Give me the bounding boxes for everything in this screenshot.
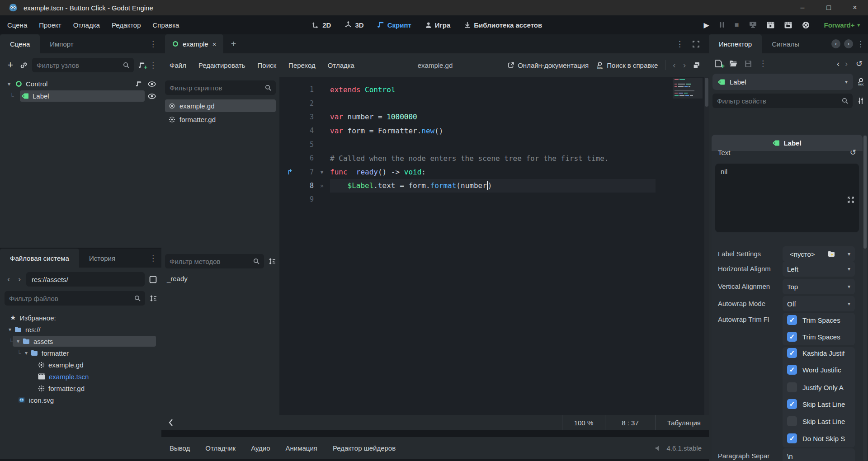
checkbox-checked-icon[interactable]	[787, 332, 797, 342]
fs-folder-assets[interactable]: └ ▾ assets	[0, 335, 161, 347]
code-line[interactable]: 8» $Label.text = form.format(number)	[279, 179, 709, 193]
code-line[interactable]: 5	[279, 138, 709, 151]
minimize-button[interactable]: –	[789, 0, 816, 15]
mute-speaker-icon[interactable]	[655, 445, 662, 452]
fs-file-icon-svg[interactable]: icon.svg	[0, 394, 161, 406]
checkbox-checked-icon[interactable]	[787, 315, 797, 325]
online-docs-link[interactable]: Онлайн-документация	[508, 61, 589, 69]
play-scene-button[interactable]	[767, 22, 774, 28]
script-filter-input[interactable]: Фильтр скриптов	[165, 80, 276, 95]
open-docs-icon[interactable]: DOC	[857, 78, 864, 86]
code-line[interactable]: 4var form = Formatter.new()	[279, 124, 709, 137]
flag-checkbox-row[interactable]: Skip Last Line	[787, 416, 845, 426]
tab-example-script[interactable]: example ×	[165, 34, 223, 53]
flag-checkbox-row[interactable]: Trim Spaces	[787, 332, 840, 342]
workspace-2d[interactable]: 2D	[312, 21, 331, 29]
code-line[interactable]: 9	[279, 193, 709, 206]
pause-button[interactable]	[719, 22, 725, 28]
tab-import[interactable]: Импорт	[40, 34, 83, 53]
panel-debugger[interactable]: Отладчик	[205, 444, 236, 452]
edited-object-selector[interactable]: Label ▾	[712, 74, 853, 90]
flag-checkbox-row[interactable]: Do Not Skip S	[787, 433, 845, 443]
inspector-tools-icon[interactable]	[857, 97, 864, 104]
kebab-menu-icon[interactable]: ⋮	[759, 59, 767, 68]
checkbox-unchecked-icon[interactable]	[787, 382, 797, 392]
save-icon[interactable]	[745, 60, 752, 67]
panel-animation[interactable]: Анимация	[285, 444, 317, 452]
fs-folder-formatter[interactable]: └ ▾ formatter	[0, 347, 161, 359]
flag-checkbox-row[interactable]: Word Justific	[787, 365, 841, 375]
kebab-menu-icon[interactable]: ⋮	[149, 61, 157, 70]
method-list-item[interactable]: _ready	[165, 268, 276, 282]
fs-file-formatter-gd[interactable]: formatter.gd	[0, 382, 161, 394]
renderer-selector[interactable]: Forward+ ▾	[824, 21, 860, 29]
fs-file-example-gd[interactable]: example.gd	[0, 359, 161, 371]
code-line[interactable]: 6# Called when the node enters the scene…	[279, 151, 709, 165]
script-menu-search[interactable]: Поиск	[258, 61, 277, 69]
code-editor[interactable]: 1extends Control23var number = 10000004v…	[279, 77, 709, 415]
object-history-icon[interactable]: ↺	[856, 59, 863, 69]
current-path[interactable]: res://assets/	[26, 272, 145, 287]
script-attached-icon[interactable]	[136, 81, 142, 87]
property-filter-input[interactable]: Фильтр свойств	[712, 94, 853, 108]
paragraph-separator-field[interactable]: \n	[783, 448, 855, 461]
menu-project[interactable]: Проект	[39, 21, 61, 29]
vertical-alignment-dropdown[interactable]: Top ▾	[783, 279, 855, 294]
cursor-position[interactable]: 8 : 37	[605, 419, 655, 427]
tab-scene[interactable]: Сцена	[0, 34, 40, 53]
inspector-scrollbar[interactable]	[863, 135, 867, 461]
script-list-item[interactable]: formatter.gd	[165, 113, 276, 126]
workspace-assetlib[interactable]: Библиотека ассетов	[464, 21, 542, 29]
chevron-down-icon[interactable]: ▾	[23, 350, 30, 356]
sort-methods-icon[interactable]	[269, 258, 276, 265]
tab-history[interactable]: История	[79, 249, 125, 268]
autowrap-mode-dropdown[interactable]: Off ▾	[783, 296, 855, 311]
kebab-menu-icon[interactable]: ⋮	[149, 34, 157, 53]
code-scrollbar[interactable]	[704, 77, 709, 415]
code-line[interactable]: 3var number = 1000000	[279, 110, 709, 124]
tab-signals[interactable]: Сигналы	[762, 34, 809, 53]
file-filter-input[interactable]: Фильтр файлов	[5, 291, 145, 306]
checkbox-checked-icon[interactable]	[787, 433, 797, 443]
play-button[interactable]: ▶	[704, 21, 709, 29]
remote-debug-icon[interactable]	[749, 21, 757, 28]
panel-shader-editor[interactable]: Редактор шейдеров	[333, 444, 396, 452]
scene-node-label[interactable]: └ Label	[0, 90, 161, 102]
fs-file-example-tscn[interactable]: example.tscn	[0, 371, 161, 382]
menu-debug[interactable]: Отладка	[73, 21, 100, 29]
workspace-script[interactable]: Скрипт	[377, 21, 411, 29]
collapse-panel-icon[interactable]	[169, 419, 173, 426]
maximize-button[interactable]: □	[816, 0, 842, 15]
add-node-button[interactable]: +	[5, 59, 15, 71]
sort-files-icon[interactable]	[150, 295, 157, 302]
menu-editor[interactable]: Редактор	[112, 21, 141, 29]
script-menu-edit[interactable]: Редактировать	[198, 61, 245, 69]
history-forward-icon[interactable]: ›	[683, 60, 686, 70]
flag-checkbox-row[interactable]: Justify Only A	[787, 382, 844, 392]
visibility-eye-icon[interactable]	[148, 94, 156, 99]
expand-icon[interactable]	[847, 196, 854, 203]
nav-back-icon[interactable]: ‹	[5, 275, 13, 284]
make-floating-icon[interactable]	[693, 62, 700, 69]
workspace-3d[interactable]: 3D	[344, 21, 363, 29]
indent-type[interactable]: Табуляция	[656, 419, 709, 427]
menu-help[interactable]: Справка	[153, 21, 179, 29]
script-list-item[interactable]: example.gd	[165, 99, 276, 112]
history-back-icon[interactable]: ‹	[673, 60, 675, 70]
kebab-menu-icon[interactable]: ⋮	[857, 39, 864, 49]
section-header-label[interactable]: Label	[712, 135, 863, 151]
play-custom-scene-button[interactable]	[784, 22, 792, 28]
code-line[interactable]: ↱7▾func _ready() -> void:	[279, 165, 709, 179]
next-object-icon[interactable]: ›	[844, 39, 853, 48]
close-button[interactable]: ×	[842, 0, 868, 15]
panel-output[interactable]: Вывод	[170, 444, 190, 452]
history-forward-icon[interactable]: ›	[845, 59, 848, 69]
attach-script-icon[interactable]: +	[138, 62, 145, 69]
menu-scene[interactable]: Сцена	[7, 21, 27, 29]
nav-forward-icon[interactable]: ›	[15, 275, 24, 284]
node-filter-input[interactable]: Фильтр узлов	[32, 58, 134, 72]
code-minimap[interactable]	[673, 78, 703, 99]
search-help-link[interactable]: DOC Поиск в справке	[596, 61, 658, 69]
horizontal-alignment-dropdown[interactable]: Left ▾	[783, 261, 855, 277]
movie-maker-button[interactable]	[802, 21, 810, 29]
